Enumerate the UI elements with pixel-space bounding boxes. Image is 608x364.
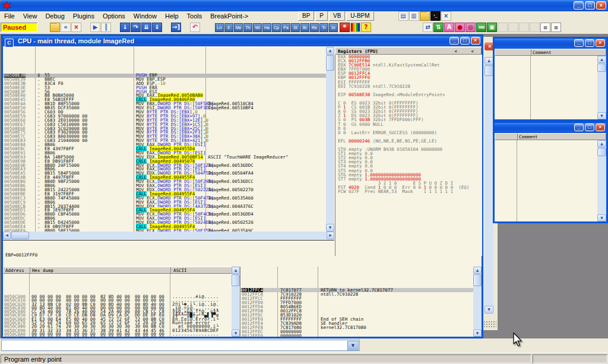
toolbar-close-icon[interactable]: ×	[441, 11, 451, 21]
spiral-icon[interactable]: ◎	[466, 23, 476, 32]
restart-icon[interactable]: «	[61, 23, 71, 32]
stack-row[interactable]: 0012FFF000000000	[240, 334, 474, 337]
close-icon[interactable]: ×	[596, 124, 605, 131]
appearance-icon[interactable]	[350, 23, 360, 32]
log-list-icon[interactable]: ≡	[540, 23, 550, 32]
stack-row[interactable]: 0012FFD07FFD7000	[240, 300, 474, 305]
register-line[interactable]: FCW 027F Prec NEAR,53 Mask 1 1 1 1 1 1	[335, 189, 482, 194]
register-line[interactable]: T 0 GS 0000 NULL	[335, 122, 482, 126]
execute-till-return-icon[interactable]: →]	[171, 23, 181, 32]
maximize-button[interactable]: □	[585, 39, 594, 47]
step-into-icon[interactable]: ↓	[120, 23, 130, 32]
minimize-button[interactable]: _	[449, 37, 459, 45]
toolbar-letter-pa[interactable]: Pa	[281, 23, 290, 32]
command-combobox[interactable]: ▼	[1, 340, 360, 351]
comment-window-1-scrollbar[interactable]: ▲ ▼	[597, 56, 606, 119]
disassembly-row[interactable]: 00508E3E.53PUSH EBX	[3, 86, 326, 90]
binary-icon[interactable]: 010	[476, 23, 486, 32]
comment-list-area[interactable]	[495, 140, 597, 221]
toolbar-letter-br[interactable]: Br	[300, 23, 309, 32]
register-line[interactable]: EDI 7C910228 ntdll.7C910228	[335, 84, 482, 88]
chevron-left-icon[interactable]: <	[454, 49, 457, 54]
menu-item-file[interactable]: File	[0, 12, 19, 20]
stack-row[interactable]: 0012FFE0FFFFFFFFEnd of SEH chain	[240, 317, 474, 321]
comment-window-2-titlebar[interactable]: _ □ ×	[495, 123, 606, 133]
toolbar-letter-wi[interactable]: Wi	[253, 23, 262, 32]
menu-button-p[interactable]: P	[315, 11, 328, 21]
pause-icon[interactable]: ║	[101, 23, 111, 32]
stack-row[interactable]: 0012FFE87C817080kernel32.7C817080	[240, 325, 474, 330]
disassembly-hscrollbar[interactable]: ◀ ▶	[3, 232, 334, 239]
restore-button[interactable]: □	[585, 1, 595, 10]
comment-window-1-titlebar[interactable]: _ □ ×	[495, 39, 606, 49]
comment-list-area[interactable]	[495, 56, 597, 119]
step-over-icon[interactable]: ↷	[131, 23, 141, 32]
menu-button-u-bpm[interactable]: U-BPM	[346, 11, 373, 21]
dump-vscrollbar[interactable]: ▲ ▼	[232, 267, 240, 337]
menu-button-vb[interactable]: VB	[329, 11, 345, 21]
menu-button-bp[interactable]: BP	[298, 11, 314, 21]
register-line[interactable]: EIP 00508E38 ImageRed.<ModuleEntryPoint>	[335, 93, 482, 97]
toolbar-letter-me[interactable]: Me	[234, 23, 243, 32]
app-titlebar[interactable]: _ □ ×	[0, 0, 608, 11]
toolbar-letter-ln[interactable]: Ln	[215, 23, 224, 32]
save-icon[interactable]: ▥	[409, 11, 419, 21]
updown-icon[interactable]: ⇅	[433, 23, 444, 32]
toolbar-letter-st[interactable]: St	[291, 23, 300, 32]
menu-item-tools[interactable]: Tools	[183, 12, 207, 20]
open-file-icon[interactable]	[50, 23, 60, 32]
registers-pane[interactable]: EAX 00000000ECX 0012FFB0EDX 7C90E514 ntd…	[335, 55, 482, 256]
resize-grip[interactable]	[483, 321, 496, 328]
stack-row[interactable]: 0012FFD48054B6ED	[240, 305, 474, 309]
notes-list-icon[interactable]: ≡	[551, 23, 561, 32]
background-window-scrollbar[interactable]: ▲ ▼	[484, 57, 493, 314]
record-icon[interactable]: ●	[455, 23, 465, 32]
stack-vscrollbar[interactable]: ▲ ▼	[473, 267, 482, 337]
options-icon[interactable]: *	[340, 23, 350, 32]
stack-row[interactable]: 0012FFEC00000000	[240, 330, 474, 334]
menu-item-debug[interactable]: Debug	[41, 12, 68, 20]
chevron-left-icon[interactable]: <	[471, 49, 474, 54]
comment-window-2-scrollbar[interactable]: ▲ ▼	[597, 140, 606, 221]
minimize-button[interactable]: _	[574, 1, 584, 10]
minimize-button[interactable]: _	[574, 39, 584, 47]
close-button[interactable]: ×	[596, 1, 606, 10]
minimize-button[interactable]: _	[574, 124, 584, 131]
menu-item-plugins[interactable]: Plugins	[69, 12, 99, 20]
menu-item-help[interactable]: Help	[161, 12, 183, 20]
toolbar-letter-th[interactable]: Th	[243, 23, 252, 32]
close-program-icon[interactable]: ×	[71, 23, 81, 32]
help-icon[interactable]: ?	[361, 23, 371, 32]
toolbar-letter-re[interactable]: Re	[310, 23, 319, 32]
cpu-window-titlebar[interactable]: C CPU - main thread, module ImageRed _ □…	[3, 36, 482, 46]
chevron-down-icon[interactable]: ▼	[347, 341, 359, 351]
menu-item-window[interactable]: Window	[129, 12, 161, 20]
disassembly-vscrollbar[interactable]: ▲ ▼	[326, 47, 334, 232]
run-icon[interactable]: ▶	[90, 23, 100, 32]
info-pane[interactable]: EBP=0012FFF0	[3, 240, 334, 267]
animate-into-icon[interactable]: ⇊	[141, 23, 151, 32]
toolbar-letter-cp[interactable]: Cp	[272, 23, 281, 32]
swap-arrows-icon[interactable]: ⇄	[423, 23, 433, 32]
stack-pane[interactable]: 0012FFC47C817077RETURN to kernel32.7C817…	[240, 267, 474, 337]
stack-row[interactable]: 0012FFC87C910228ntdll.7C910228	[240, 292, 474, 296]
go-to-eip-icon[interactable]: ↶	[190, 23, 200, 32]
menu-item-breakpoint[interactable]: BreakPoint->	[206, 12, 252, 20]
maximize-button[interactable]: □	[460, 37, 470, 45]
console-icon[interactable]: ›_	[430, 11, 441, 21]
disassembly-row[interactable]: 00508E3B.83C4 F0ADD ESP,-10	[3, 82, 326, 86]
toolbar-letter-sr[interactable]: Sr	[329, 23, 338, 32]
toolbar-letter-e[interactable]: E	[224, 23, 233, 32]
toolbar-letter-ha[interactable]: Ha	[262, 23, 271, 32]
stack-row[interactable]: 0012FFCCFFFFFFFF	[240, 296, 474, 300]
close-icon[interactable]: ×	[596, 39, 605, 47]
toolbar-letter-tr[interactable]: Tr	[319, 23, 328, 32]
window-icon[interactable]: ▣	[487, 23, 497, 32]
menu-item-options[interactable]: Options	[99, 12, 129, 20]
folder-icon[interactable]	[420, 11, 430, 21]
close-icon[interactable]: ×	[471, 37, 480, 45]
stack-row[interactable]: 0012FFD80012FFC8	[240, 309, 474, 313]
menu-item-view[interactable]: View	[19, 12, 42, 20]
dump-pane[interactable]: 0050C00000 00 00 0000 00 00 0082 8D 40 0…	[3, 274, 232, 337]
assemble-icon[interactable]: A	[444, 23, 454, 32]
